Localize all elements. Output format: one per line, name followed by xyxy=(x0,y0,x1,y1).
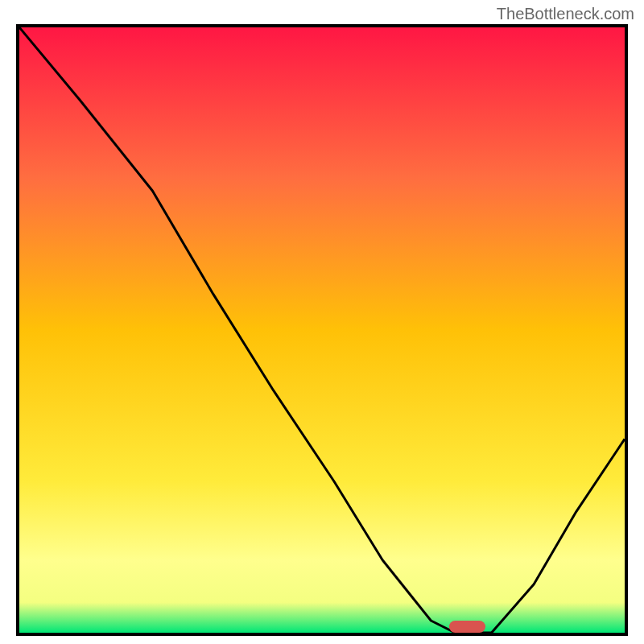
watermark-label: TheBottleneck.com xyxy=(497,5,634,23)
gradient-background xyxy=(19,27,625,633)
optimal-marker xyxy=(449,621,485,633)
chart-svg xyxy=(19,27,625,633)
chart-frame xyxy=(16,24,628,636)
chart-container: TheBottleneck.com xyxy=(0,0,644,644)
